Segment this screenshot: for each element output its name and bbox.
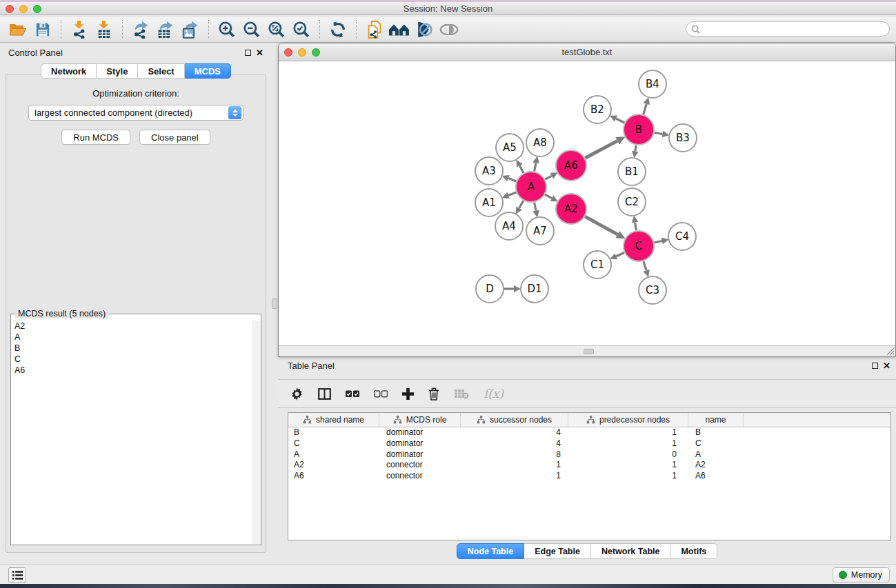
hide-graphics-details-button[interactable]	[412, 19, 437, 41]
column-header-predecessor-nodes[interactable]: predecessor nodes	[568, 413, 688, 427]
zoom-network-window-button[interactable]	[312, 48, 320, 57]
mcds-result-item[interactable]: A2	[12, 321, 252, 332]
edge-A-A3[interactable]	[508, 179, 516, 181]
table-row[interactable]: Bdominator41B	[288, 427, 890, 438]
open-session-button[interactable]	[6, 19, 30, 41]
tab-motifs[interactable]: Motifs	[670, 543, 717, 559]
graph-node-B2[interactable]: B2	[584, 96, 611, 123]
graph-node-C3[interactable]: C3	[639, 276, 666, 304]
tab-network-table[interactable]: Network Table	[591, 543, 671, 559]
tab-select[interactable]: Select	[138, 63, 184, 79]
cell-name[interactable]: C	[688, 438, 744, 449]
edge-B-B3[interactable]	[655, 132, 663, 134]
edge-A-A5[interactable]	[519, 165, 524, 172]
cell-shared-name[interactable]: C	[288, 438, 379, 449]
column-header-successor-nodes[interactable]: successor nodes	[461, 413, 568, 427]
cell-name[interactable]: A	[688, 449, 744, 460]
cell-MCDS-role[interactable]: dominator	[379, 438, 461, 449]
resize-grip-icon[interactable]	[886, 347, 895, 356]
dropdown-stepper-icon[interactable]	[228, 106, 241, 119]
graph-node-A4[interactable]: A4	[495, 212, 523, 240]
cell-shared-name[interactable]: B	[288, 427, 379, 438]
zoom-fit-button[interactable]	[264, 19, 289, 41]
graph-node-D[interactable]: D	[476, 275, 504, 303]
run-mcds-button[interactable]: Run MCDS	[61, 130, 130, 145]
graph-node-A8[interactable]: A8	[526, 129, 554, 156]
edge-B-B1[interactable]	[635, 145, 636, 152]
close-window-button[interactable]	[6, 5, 14, 13]
graph-node-A3[interactable]: A3	[475, 157, 503, 185]
refresh-button[interactable]	[326, 19, 350, 41]
home-button[interactable]	[387, 19, 412, 41]
cell-shared-name[interactable]: A6	[288, 471, 379, 482]
delete-column-button[interactable]	[428, 387, 439, 401]
mcds-result-scrollbar[interactable]	[252, 321, 260, 544]
tab-edge-table[interactable]: Edge Table	[524, 543, 591, 559]
edge-A-A6[interactable]	[545, 176, 551, 179]
tab-node-table[interactable]: Node Table	[457, 543, 524, 559]
edge-C-C1[interactable]	[616, 252, 624, 256]
delete-table-button[interactable]	[454, 389, 469, 399]
memory-button[interactable]: Memory	[833, 567, 890, 582]
cell-successor-nodes[interactable]: 4	[461, 427, 568, 438]
table-row[interactable]: Cdominator41C	[288, 438, 890, 449]
edge-A6-B[interactable]	[585, 141, 617, 158]
cell-successor-nodes[interactable]: 4	[461, 438, 568, 449]
edge-C-C4[interactable]	[654, 241, 661, 243]
graph-node-B[interactable]: B	[624, 114, 654, 145]
mcds-result-item[interactable]: A	[12, 332, 252, 343]
graph-node-A1[interactable]: A1	[475, 189, 503, 216]
deselect-all-button[interactable]	[374, 390, 388, 398]
mcds-result-item[interactable]: C	[12, 354, 252, 365]
graph-node-B4[interactable]: B4	[639, 70, 666, 98]
table-row[interactable]: A2connector11A2	[288, 460, 890, 471]
edge-A-A7[interactable]	[535, 203, 536, 211]
cell-MCDS-role[interactable]: dominator	[379, 449, 461, 460]
cell-predecessor-nodes[interactable]: 1	[568, 460, 688, 471]
edge-C-C3[interactable]	[644, 261, 646, 270]
window-controls[interactable]	[6, 5, 41, 13]
graph-node-C4[interactable]: C4	[668, 223, 696, 250]
zoom-window-button[interactable]	[33, 5, 41, 13]
table-row[interactable]: Adominator80A	[288, 449, 890, 460]
cell-predecessor-nodes[interactable]: 1	[568, 471, 688, 482]
edge-A-A1[interactable]	[508, 192, 516, 195]
zoom-out-button[interactable]	[239, 19, 264, 41]
show-columns-button[interactable]	[318, 388, 331, 400]
search-input[interactable]	[703, 24, 889, 34]
import-network-button[interactable]	[67, 19, 92, 41]
graph-node-B3[interactable]: B3	[669, 124, 697, 152]
select-all-button[interactable]	[346, 390, 359, 398]
network-canvas-svg[interactable]: AA1A2A3A4A5A6A7A8BB1B2B3B4CC1C2C3C4DD1	[279, 62, 895, 345]
mcds-result-item[interactable]: B	[12, 343, 252, 354]
show-graphics-details-button[interactable]	[437, 19, 461, 41]
export-table-button[interactable]	[153, 19, 178, 41]
graph-node-A6[interactable]: A6	[556, 150, 586, 181]
tab-mcds[interactable]: MCDS	[185, 63, 231, 79]
network-canvas[interactable]: AA1A2A3A4A5A6A7A8BB1B2B3B4CC1C2C3C4DD1	[279, 62, 895, 345]
mcds-result-item[interactable]: A6	[12, 365, 252, 376]
float-table-panel-icon[interactable]	[872, 363, 878, 369]
task-history-button[interactable]	[8, 567, 26, 582]
close-panel-button[interactable]: Close panel	[139, 130, 210, 145]
minimize-window-button[interactable]	[19, 5, 28, 13]
column-header-name[interactable]: name	[688, 413, 744, 427]
network-window-controls[interactable]	[284, 48, 320, 57]
cell-name[interactable]: B	[688, 427, 744, 438]
cell-name[interactable]: A6	[688, 471, 744, 482]
import-table-button[interactable]	[92, 19, 117, 41]
cell-shared-name[interactable]: A	[288, 449, 379, 460]
graph-node-C1[interactable]: C1	[584, 251, 611, 278]
zoom-selected-button[interactable]	[289, 19, 314, 41]
search-field[interactable]	[686, 21, 890, 37]
tab-style[interactable]: Style	[97, 63, 138, 79]
edge-A-A2[interactable]	[545, 194, 552, 198]
float-panel-icon[interactable]	[245, 50, 251, 56]
graph-node-A7[interactable]: A7	[526, 217, 554, 245]
minimize-network-window-button[interactable]	[298, 48, 306, 57]
edge-A2-C[interactable]	[585, 216, 617, 234]
cell-predecessor-nodes[interactable]: 0	[568, 449, 688, 460]
column-header-shared-name[interactable]: shared name	[288, 413, 379, 427]
cell-shared-name[interactable]: A2	[288, 460, 379, 471]
graph-node-D1[interactable]: D1	[521, 275, 548, 303]
